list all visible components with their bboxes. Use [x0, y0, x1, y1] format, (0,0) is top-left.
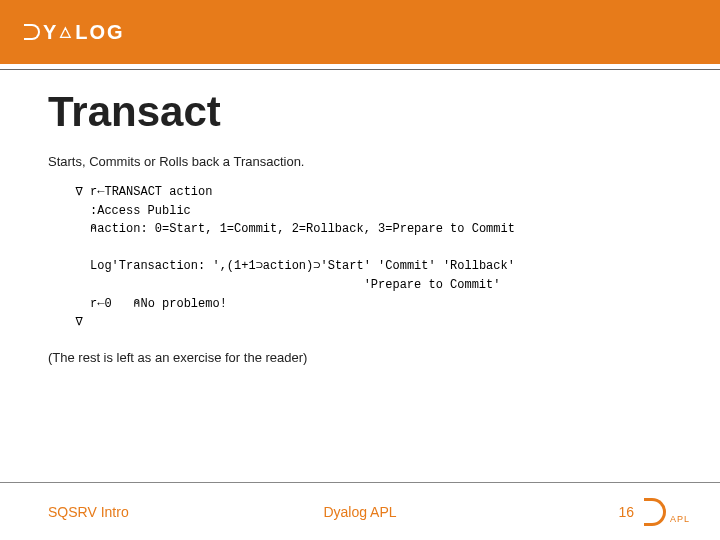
footer-logo-icon: APL: [644, 498, 690, 526]
page-number: 16: [618, 504, 634, 520]
code-line: :Access Public: [54, 204, 191, 218]
logo-tri-icon: △: [60, 23, 73, 39]
footer-logo-text: APL: [670, 514, 690, 524]
page-title: Transact: [48, 88, 672, 136]
footer-center: Dyalog APL: [323, 504, 396, 520]
brand-logo: Y △ LOG: [24, 21, 125, 44]
code-line: 'Prepare to Commit': [54, 278, 500, 292]
footer-right: 16 APL: [618, 498, 690, 526]
logo-text-s2: LOG: [75, 21, 124, 44]
code-line: ∇: [54, 315, 83, 329]
code-line: ⍝action: 0=Start, 1=Commit, 2=Rollback, …: [54, 222, 515, 236]
code-line: r←0 ⍝No problemo!: [54, 297, 227, 311]
header-bar: Y △ LOG: [0, 0, 720, 64]
logo-d-glyph-icon: [24, 24, 40, 40]
footer-logo-d-icon: [644, 498, 666, 526]
code-block: ∇ r←TRANSACT action :Access Public ⍝acti…: [54, 183, 672, 332]
code-line: Log'Transaction: ',(1+1⊃action)⊃'Start' …: [54, 259, 515, 273]
footer-left: SQSRV Intro: [48, 504, 129, 520]
subtitle: Starts, Commits or Rolls back a Transact…: [48, 154, 672, 169]
content-area: Transact Starts, Commits or Rolls back a…: [0, 70, 720, 540]
code-line: ∇ r←TRANSACT action: [54, 185, 212, 199]
footer: SQSRV Intro Dyalog APL 16 APL: [0, 482, 720, 540]
slide: Y △ LOG Transact Starts, Commits or Roll…: [0, 0, 720, 540]
exercise-note: (The rest is left as an exercise for the…: [48, 350, 672, 365]
logo-text-s1: Y: [43, 21, 58, 44]
